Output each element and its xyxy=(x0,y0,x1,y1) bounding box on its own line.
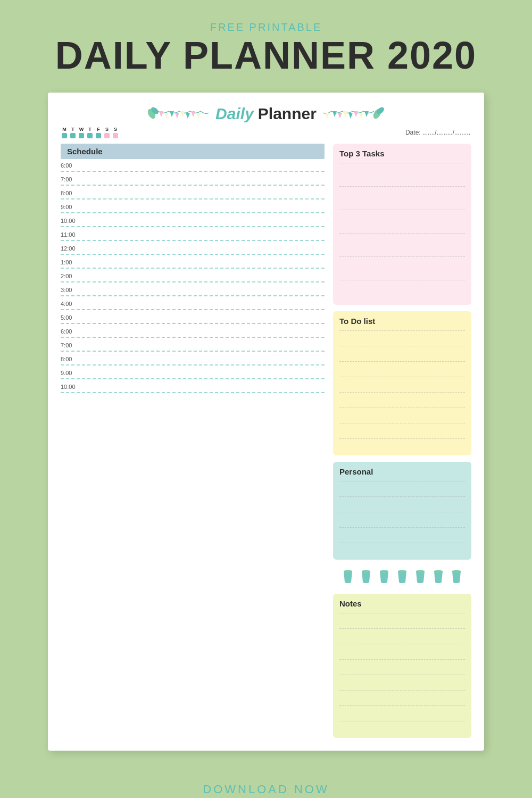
svg-marker-15 xyxy=(354,111,358,117)
section-line xyxy=(339,361,465,362)
personal-lines xyxy=(339,479,465,554)
time-label: 8:00 xyxy=(61,356,325,362)
time-line xyxy=(61,323,325,324)
notes-title: Notes xyxy=(339,599,465,608)
time-line xyxy=(61,309,325,310)
days-date-row: M T W T F S S Date: ......./........./..… xyxy=(61,127,471,138)
svg-point-20 xyxy=(344,570,352,573)
svg-point-23 xyxy=(398,570,406,573)
water-tracker xyxy=(333,566,471,587)
day-dot xyxy=(113,133,118,138)
svg-marker-7 xyxy=(186,113,190,119)
water-cup-icon xyxy=(396,569,409,584)
time-line xyxy=(61,364,325,365)
planner-card: Daily Planner M xyxy=(48,93,484,751)
personal-section: Personal xyxy=(333,462,471,560)
schedule-column: Schedule 6:00 7:00 8:00 9:00 10:00 11:00… xyxy=(61,144,325,738)
time-label: 6:00 xyxy=(61,162,325,169)
section-line xyxy=(339,408,465,408)
svg-marker-14 xyxy=(348,113,353,119)
day-item: T xyxy=(87,127,93,138)
day-letter: S xyxy=(105,127,109,132)
time-row: 8:00 xyxy=(61,356,325,369)
personal-title: Personal xyxy=(339,467,465,476)
section-line xyxy=(339,481,465,481)
section-line xyxy=(339,512,465,512)
time-label: 4:00 xyxy=(61,301,325,307)
time-line xyxy=(61,268,325,269)
page-footer: DOWNLOAD NOW WWW.JOYDESIGNSTUDIO.NET xyxy=(126,783,406,798)
svg-point-22 xyxy=(380,570,388,573)
water-cup-icon xyxy=(414,569,427,584)
svg-marker-16 xyxy=(359,113,363,119)
day-item: W xyxy=(79,127,84,138)
section-line xyxy=(339,527,465,528)
time-row: 5:00 xyxy=(61,314,325,327)
section-line xyxy=(339,423,465,423)
time-line xyxy=(61,281,325,282)
svg-marker-4 xyxy=(170,111,174,117)
section-line xyxy=(339,705,465,706)
section-line xyxy=(339,496,465,497)
section-line xyxy=(339,690,465,691)
time-row: 8:00 xyxy=(61,190,325,203)
section-line xyxy=(339,346,465,346)
section-line xyxy=(339,392,465,393)
svg-point-24 xyxy=(416,570,425,573)
time-label: 1:00 xyxy=(61,259,325,265)
todo-title: To Do list xyxy=(339,317,465,326)
water-cup-icon xyxy=(342,569,354,584)
day-letter: S xyxy=(114,127,117,132)
time-line xyxy=(61,240,325,241)
day-letter: W xyxy=(79,127,84,132)
todo-section: To Do list xyxy=(333,311,471,455)
planner-body: Schedule 6:00 7:00 8:00 9:00 10:00 11:00… xyxy=(61,144,471,738)
todo-lines xyxy=(339,329,465,450)
days-row: M T W T F S S xyxy=(62,127,118,138)
free-printable-label: FREE PRINTABLE xyxy=(55,21,477,34)
section-line xyxy=(339,233,465,242)
time-row: 1:00 xyxy=(61,259,325,272)
time-line xyxy=(61,226,325,227)
time-row: 6:00 xyxy=(61,328,325,341)
time-row: 10:00 xyxy=(61,218,325,230)
day-letter: T xyxy=(88,127,92,132)
time-label: 8:00 xyxy=(61,190,325,196)
right-column: Top 3 Tasks To Do list Personal xyxy=(333,144,471,738)
time-label: 11:00 xyxy=(61,231,325,238)
time-row: 7:00 xyxy=(61,176,325,189)
section-line xyxy=(339,210,465,218)
notes-section: Notes xyxy=(333,594,471,738)
time-label: 10:00 xyxy=(61,384,325,390)
time-row: 9.00 xyxy=(61,370,325,383)
download-label: DOWNLOAD NOW xyxy=(126,783,406,796)
section-line xyxy=(339,186,465,195)
time-label: 6:00 xyxy=(61,328,325,335)
section-line xyxy=(339,543,465,543)
svg-marker-3 xyxy=(164,113,169,119)
section-line xyxy=(339,675,465,675)
svg-marker-8 xyxy=(191,111,195,117)
time-line xyxy=(61,171,325,172)
svg-marker-12 xyxy=(338,113,342,119)
time-label: 3:00 xyxy=(61,287,325,293)
day-dot xyxy=(79,133,84,138)
top3tasks-section: Top 3 Tasks xyxy=(333,144,471,305)
section-line xyxy=(339,659,465,660)
section-line xyxy=(339,613,465,613)
time-row: 3:00 xyxy=(61,287,325,300)
time-line xyxy=(61,295,325,296)
time-line xyxy=(61,378,325,379)
time-row: 7:00 xyxy=(61,342,325,355)
time-label: 7:00 xyxy=(61,176,325,182)
date-field: Date: ......./........./......... xyxy=(405,129,470,136)
time-line xyxy=(61,198,325,200)
page-header: FREE PRINTABLE DAILY PLANNER 2020 xyxy=(55,21,477,77)
schedule-header: Schedule xyxy=(61,144,325,159)
svg-point-26 xyxy=(452,570,461,573)
time-row: 12:00 xyxy=(61,245,325,258)
svg-marker-6 xyxy=(180,111,185,117)
svg-marker-13 xyxy=(343,111,347,117)
time-label: 7:00 xyxy=(61,342,325,348)
day-dot xyxy=(104,133,110,138)
